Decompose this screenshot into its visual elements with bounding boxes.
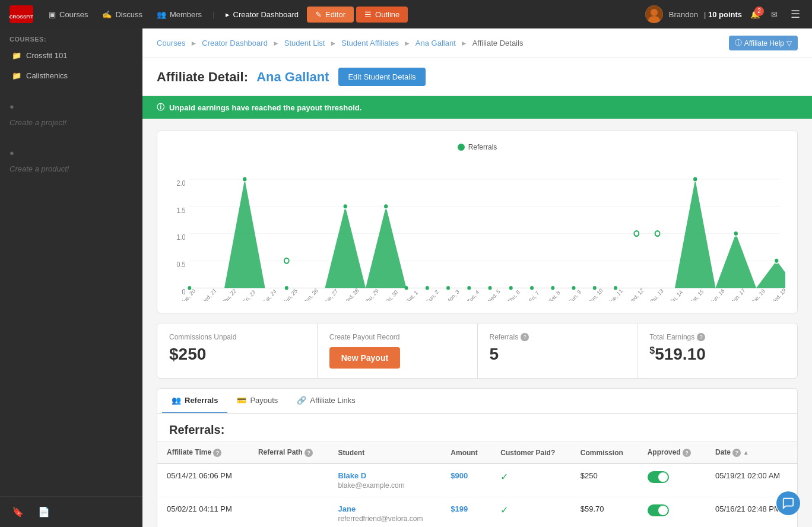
cell-approved[interactable] bbox=[638, 463, 706, 497]
breadcrumb-student-affiliates[interactable]: Student Affiliates bbox=[341, 39, 399, 47]
svg-text:0: 0 bbox=[182, 288, 185, 296]
editor-button[interactable]: ✎ Editor bbox=[307, 7, 354, 23]
menu-button[interactable]: ☰ bbox=[786, 5, 805, 23]
tab-affiliate-links[interactable]: 🔗 Affiliate Links bbox=[287, 389, 364, 413]
col-commission[interactable]: Commission bbox=[571, 442, 638, 464]
approved-help-icon[interactable]: ? bbox=[683, 449, 691, 457]
edit-student-details-button[interactable]: Edit Student Details bbox=[338, 68, 425, 86]
payout-label: Create Payout Record bbox=[329, 333, 465, 341]
svg-point-32 bbox=[551, 286, 554, 290]
breadcrumb-student-list[interactable]: Student List bbox=[284, 39, 325, 47]
envelope-icon: ✉ bbox=[771, 10, 778, 19]
svg-point-17 bbox=[284, 258, 289, 264]
referrals-help-icon[interactable]: ? bbox=[521, 333, 529, 341]
col-customer-paid[interactable]: Customer Paid? bbox=[491, 442, 571, 464]
new-payout-button[interactable]: New Payout bbox=[329, 347, 400, 369]
svg-text:Thu, 6: Thu, 6 bbox=[506, 289, 521, 301]
nav-discuss[interactable]: ✍ Discuss bbox=[96, 7, 148, 23]
breadcrumb-courses[interactable]: Courses bbox=[157, 39, 185, 47]
cell-amount: $900 bbox=[441, 463, 491, 497]
cell-commission: $59.70 bbox=[571, 497, 638, 528]
alert-banner: ⓘ Unpaid earnings have reached the payou… bbox=[142, 96, 812, 119]
folder-icon: 📁 bbox=[12, 71, 21, 80]
svg-text:Sat, 8: Sat, 8 bbox=[548, 290, 562, 301]
cell-referral-path bbox=[249, 463, 329, 497]
referrals-table: Affiliate Time ? Referral Path ? Student… bbox=[157, 442, 797, 527]
outline-icon: ☰ bbox=[364, 10, 372, 19]
svg-point-25 bbox=[405, 286, 408, 290]
col-date[interactable]: Date ? ▲ bbox=[706, 442, 797, 464]
tab-payouts[interactable]: 💳 Payouts bbox=[227, 389, 287, 413]
earnings-help-icon[interactable]: ? bbox=[697, 333, 705, 341]
student-name-heading: Ana Gallant bbox=[256, 69, 329, 84]
referrals-table-card: Referrals: Affiliate Time ? Referral Pat… bbox=[157, 413, 798, 527]
svg-text:0.5: 0.5 bbox=[176, 261, 185, 269]
nav-members[interactable]: 👥 Members bbox=[151, 7, 208, 23]
sidebar-section-title: Courses: bbox=[0, 28, 142, 45]
breadcrumb-creator-dashboard[interactable]: Creator Dashboard bbox=[202, 39, 268, 47]
breadcrumb-ana-gallant[interactable]: Ana Gallant bbox=[415, 39, 456, 47]
referrals-table-title: Referrals: bbox=[157, 414, 797, 442]
affiliate-time-help-icon[interactable]: ? bbox=[213, 449, 221, 457]
app-logo[interactable]: CROSSFIT bbox=[7, 4, 36, 25]
outline-button[interactable]: ☰ Outline bbox=[356, 7, 408, 23]
cell-student: Blake D blake@example.com bbox=[329, 463, 442, 497]
tab-referrals[interactable]: 👥 Referrals bbox=[162, 389, 227, 413]
nav-courses[interactable]: ▣ Courses bbox=[43, 7, 94, 23]
col-referral-path[interactable]: Referral Path ? bbox=[249, 442, 329, 464]
commissions-value: $250 bbox=[169, 345, 305, 364]
help-icon-product[interactable]: ● bbox=[0, 146, 142, 160]
svg-text:1.0: 1.0 bbox=[176, 234, 185, 242]
content-area: Referrals 0 0.5 1.0 1.5 2.0 bbox=[142, 119, 812, 527]
commissions-label: Commissions Unpaid bbox=[169, 333, 305, 341]
student-name-link[interactable]: Blake D bbox=[338, 471, 432, 480]
referrals-box: Referrals ? 5 bbox=[478, 323, 638, 378]
username-label: Brandon bbox=[669, 10, 698, 19]
sidebar-item-calisthenics[interactable]: 📁 Calisthenics bbox=[2, 66, 140, 85]
avatar[interactable] bbox=[645, 5, 663, 23]
svg-text:Fri, 7: Fri, 7 bbox=[528, 290, 540, 301]
breadcrumb-sep-4: ► bbox=[404, 39, 411, 47]
svg-text:Sun, 9: Sun, 9 bbox=[567, 289, 582, 301]
table-header-row: Affiliate Time ? Referral Path ? Student… bbox=[157, 442, 797, 464]
nav-right: Brandon | 10 points 🔔 2 ✉ ☰ bbox=[645, 5, 805, 23]
col-amount[interactable]: Amount bbox=[441, 442, 491, 464]
referral-path-help-icon[interactable]: ? bbox=[304, 449, 313, 457]
approved-toggle[interactable] bbox=[648, 504, 669, 516]
svg-text:Thu, 22: Thu, 22 bbox=[221, 288, 237, 301]
mail-button[interactable]: ✉ bbox=[769, 8, 780, 21]
col-student[interactable]: Student bbox=[329, 442, 442, 464]
chat-widget-button[interactable] bbox=[776, 491, 800, 515]
bookmark-button[interactable]: 🔖 bbox=[9, 504, 26, 520]
question-icon: ⓘ bbox=[735, 38, 742, 48]
svg-text:Wed, 21: Wed, 21 bbox=[200, 287, 218, 301]
approved-toggle[interactable] bbox=[648, 471, 669, 483]
breadcrumb-sep-1: ► bbox=[190, 39, 197, 47]
cell-commission: $250 bbox=[571, 463, 638, 497]
svg-text:2.0: 2.0 bbox=[176, 179, 185, 187]
svg-text:Thu, 29: Thu, 29 bbox=[363, 288, 380, 301]
col-affiliate-time[interactable]: Affiliate Time ? bbox=[157, 442, 249, 464]
student-name-link[interactable]: Jane bbox=[338, 504, 432, 513]
col-approved[interactable]: Approved ? bbox=[638, 442, 706, 464]
cell-amount: $199 bbox=[441, 497, 491, 528]
svg-text:Wed, 19: Wed, 19 bbox=[769, 287, 785, 301]
nav-creator-dashboard[interactable]: ▸ Creator Dashboard bbox=[220, 7, 305, 23]
page-title: Affiliate Detail: Ana Gallant bbox=[157, 69, 329, 85]
notifications-button[interactable]: 🔔 2 bbox=[748, 8, 763, 21]
create-project-link[interactable]: Create a project! bbox=[0, 113, 142, 132]
date-help-icon[interactable]: ? bbox=[732, 449, 741, 457]
sidebar-item-crossfit101[interactable]: 📁 Crossfit 101 bbox=[2, 46, 140, 65]
create-product-link[interactable]: Create a product! bbox=[0, 160, 142, 178]
main-content: Courses ► Creator Dashboard ► Student Li… bbox=[142, 28, 812, 527]
cell-approved[interactable] bbox=[638, 497, 706, 528]
affiliate-help-button[interactable]: ⓘ Affiliate Help ▽ bbox=[729, 36, 798, 50]
breadcrumb-sep-5: ► bbox=[461, 39, 468, 47]
help-icon-project[interactable]: ● bbox=[0, 100, 142, 113]
chart-legend: Referrals bbox=[169, 143, 785, 151]
legend-dot bbox=[458, 144, 465, 151]
breadcrumb-affiliate-details: Affiliate Details bbox=[472, 39, 524, 47]
document-button[interactable]: 📄 bbox=[36, 504, 52, 520]
folder-icon: 📁 bbox=[12, 50, 21, 60]
svg-point-34 bbox=[593, 286, 597, 290]
